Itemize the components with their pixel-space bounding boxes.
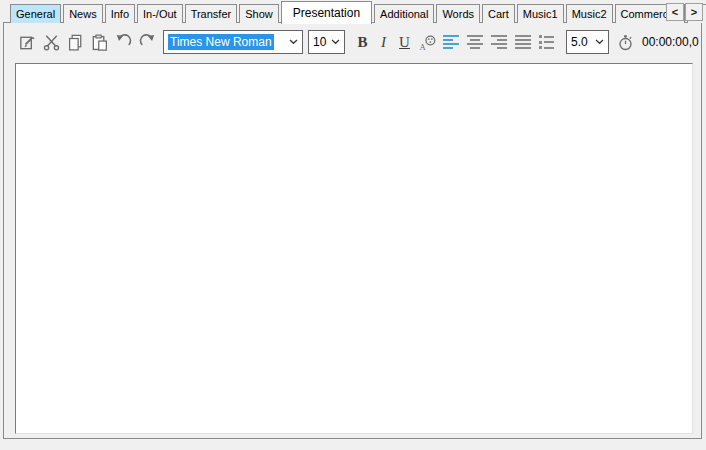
font-name-combobox[interactable]: Times New Roman [163, 30, 303, 54]
line-spacing-value: 5.0 [571, 35, 588, 49]
tab-cart[interactable]: Cart [482, 4, 515, 23]
chevron-left-icon: < [672, 6, 678, 18]
align-right-icon [491, 35, 507, 49]
tab-scroll-left-button[interactable]: < [666, 3, 684, 21]
paste-button[interactable] [87, 30, 111, 54]
tab-additional[interactable]: Additional [374, 4, 434, 23]
bullet-list-button[interactable] [535, 30, 559, 54]
bold-button[interactable]: B [352, 30, 373, 54]
tab-scroll-right-button[interactable]: > [685, 3, 703, 21]
underline-button[interactable]: U [394, 30, 415, 54]
font-size-value: 10 [313, 35, 326, 49]
presentation-text-area[interactable] [15, 63, 693, 434]
tab-info[interactable]: Info [105, 4, 135, 23]
align-center-icon [467, 35, 483, 49]
tab-bar: General News Info In-/Out Transfer Show … [10, 0, 706, 23]
edit-icon [18, 33, 37, 52]
align-justify-icon [515, 35, 531, 49]
svg-text:A: A [419, 41, 426, 51]
timer-display: 00:00:00,0 [642, 35, 699, 49]
tab-music2[interactable]: Music2 [566, 4, 613, 23]
align-right-button[interactable] [487, 30, 511, 54]
tab-news[interactable]: News [63, 4, 103, 23]
chevron-down-icon[interactable] [331, 39, 340, 45]
line-spacing-combobox[interactable]: 5.0 [566, 30, 609, 54]
tab-words[interactable]: Words [436, 4, 480, 23]
paste-icon [90, 33, 109, 52]
chevron-down-icon[interactable] [595, 39, 604, 45]
copy-icon [66, 33, 85, 52]
undo-button[interactable] [111, 30, 135, 54]
tab-show[interactable]: Show [239, 4, 279, 23]
align-center-button[interactable] [463, 30, 487, 54]
tab-presentation[interactable]: Presentation [281, 1, 372, 24]
stopwatch-icon [616, 33, 635, 52]
align-justify-button[interactable] [511, 30, 535, 54]
undo-icon [114, 33, 133, 52]
cut-icon [42, 33, 61, 52]
italic-button[interactable]: I [373, 30, 394, 54]
presentation-panel: Times New Roman 10 B I U A [3, 22, 702, 439]
tab-general[interactable]: General [10, 4, 61, 23]
chevron-down-icon[interactable] [289, 39, 298, 45]
tab-in-out[interactable]: In-/Out [137, 4, 183, 23]
edit-button[interactable] [15, 30, 39, 54]
font-name-value: Times New Roman [168, 34, 274, 50]
copy-button[interactable] [63, 30, 87, 54]
tab-transfer[interactable]: Transfer [185, 4, 238, 23]
cut-button[interactable] [39, 30, 63, 54]
font-size-combobox[interactable]: 10 [308, 30, 345, 54]
bullet-list-icon [539, 35, 555, 49]
chevron-right-icon: > [691, 6, 697, 18]
timer-button[interactable] [613, 30, 637, 54]
underline-label: U [399, 34, 410, 51]
font-color-icon: A [418, 33, 437, 52]
font-color-button[interactable]: A [415, 30, 439, 54]
align-left-button[interactable] [439, 30, 463, 54]
formatting-toolbar: Times New Roman 10 B I U A [15, 29, 699, 55]
redo-button[interactable] [135, 30, 159, 54]
tab-music1[interactable]: Music1 [517, 4, 564, 23]
align-left-icon [443, 35, 459, 49]
redo-icon [138, 33, 157, 52]
